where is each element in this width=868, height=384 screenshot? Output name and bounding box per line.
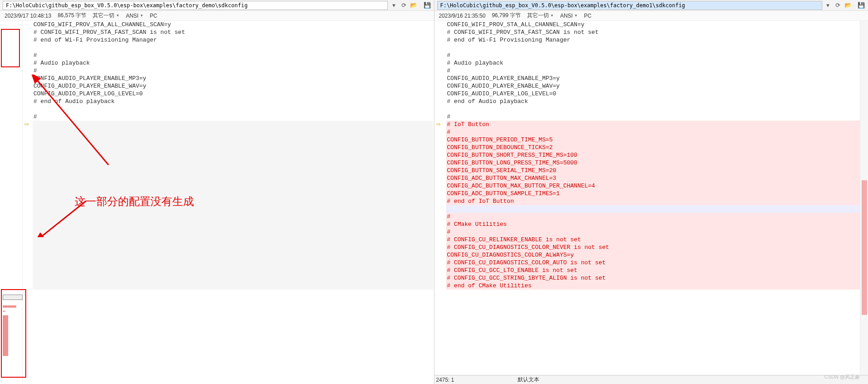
code-line-diff: CONFIG_BUTTON_PERIOD_TIME_MS=5 <box>446 136 868 144</box>
code-line: CONFIG_AUDIO_PLAYER_ENABLE_MP3=y <box>33 75 433 82</box>
gap-line <box>33 228 433 236</box>
right-eol-dropdown[interactable]: PC <box>584 13 592 19</box>
right-editor: ⇨ CONFIG_WIFI_PROV_STA_ALL_CHANNEL_SCAN=… <box>434 21 868 375</box>
right-statusbar: 2475: 1 默认文本 <box>434 375 868 384</box>
right-path-input[interactable] <box>437 1 822 10</box>
code-line: # Audio playback <box>446 59 868 67</box>
code-line: # Audio playback <box>33 59 433 67</box>
left-size: 86,575 字节 <box>57 12 86 19</box>
left-eol-dropdown[interactable]: PC <box>150 13 157 19</box>
left-side-gutter <box>0 21 23 384</box>
refresh-icon[interactable]: ⟳ <box>834 1 842 9</box>
code-line: # <box>33 52 433 59</box>
right-infobar: 2023/9/16 21:35:50 96,799 字节 其它一切▼ ANSI▼… <box>434 11 868 21</box>
left-date: 2023/9/17 10:48:13 <box>5 13 51 19</box>
code-line-diff: # IoT Button <box>446 121 868 128</box>
code-line: CONFIG_AUDIO_PLAYER_ENABLE_WAV=y <box>33 82 433 90</box>
code-line: CONFIG_AUDIO_PLAYER_ENABLE_WAV=y <box>446 82 868 90</box>
status-position: 2475: 1 <box>436 377 454 383</box>
code-line-diff: # end of IoT Button <box>446 197 868 205</box>
separator: · <box>420 2 421 9</box>
right-size: 96,799 字节 <box>492 12 521 19</box>
right-misc-dropdown[interactable]: 其它一切▼ <box>527 12 554 19</box>
code-line-diff: CONFIG_BUTTON_LONG_PRESS_TIME_MS=5000 <box>446 159 868 167</box>
gap-line <box>33 251 433 259</box>
refresh-icon[interactable]: ⟳ <box>400 1 408 9</box>
open-folder-icon[interactable]: 📂 <box>410 1 418 9</box>
save-icon: 💾 <box>423 1 431 9</box>
code-line: # CONFIG_WIFI_PROV_STA_FAST_SCAN is not … <box>446 28 868 36</box>
left-misc-dropdown[interactable]: 其它一切▼ <box>93 12 119 19</box>
code-line: # <box>446 113 868 121</box>
code-line-diff: CONFIG_CU_DIAGNOSTICS_COLOR_ALWAYS=y <box>446 251 868 259</box>
code-line-diff: # <box>446 213 868 220</box>
code-line: # <box>33 67 433 75</box>
code-line: CONFIG_WIFI_PROV_STA_ALL_CHANNEL_SCAN=y <box>33 21 433 28</box>
code-line-diff: # <box>446 228 868 236</box>
code-line: # <box>446 52 868 59</box>
gap-line <box>33 197 433 205</box>
right-date: 2023/9/16 21:35:50 <box>439 13 486 19</box>
code-line-diff: CONFIG_BUTTON_DEBOUNCE_TICKS=2 <box>446 144 868 151</box>
code-line-diff <box>446 205 868 213</box>
right-pathbar: ▾ ⟳ 📂 · 💾 <box>434 0 868 11</box>
separator: · <box>854 2 855 9</box>
save-icon: 💾 <box>857 1 865 9</box>
code-line <box>446 44 868 52</box>
code-line: CONFIG_AUDIO_PLAYER_LOG_LEVEL=0 <box>446 90 868 98</box>
code-line <box>33 44 433 52</box>
gap-line <box>33 159 433 167</box>
code-line: # end of Audio playback <box>33 98 433 105</box>
code-line: CONFIG_AUDIO_PLAYER_LOG_LEVEL=0 <box>33 90 433 98</box>
left-code-area[interactable]: CONFIG_WIFI_PROV_STA_ALL_CHANNEL_SCAN=y#… <box>33 21 434 384</box>
gap-line <box>33 205 433 213</box>
code-line-diff: # <box>446 128 868 136</box>
left-encoding-dropdown[interactable]: ANSI▼ <box>126 13 143 19</box>
code-line-diff: # CONFIG_CU_GCC_STRING_1BYTE_ALIGN is no… <box>446 274 868 282</box>
code-line-diff: CONFIG_BUTTON_SERIAL_TIME_MS=20 <box>446 167 868 174</box>
gap-line <box>33 174 433 182</box>
gap-line <box>33 259 433 267</box>
right-overview-ruler[interactable] <box>860 21 868 375</box>
left-path-input[interactable] <box>3 1 388 10</box>
gap-line <box>33 220 433 228</box>
code-line: # end of Wi-Fi Provisioning Manager <box>446 36 868 44</box>
code-line: # end of Audio playback <box>446 98 868 105</box>
right-encoding-dropdown[interactable]: ANSI▼ <box>560 13 578 19</box>
dropdown-icon[interactable]: ▾ <box>390 1 398 9</box>
code-line-diff: CONFIG_BUTTON_SHORT_PRESS_TIME_MS=100 <box>446 151 868 159</box>
diff-marker-icon: ⇨ <box>24 121 29 127</box>
gap-line <box>33 282 433 290</box>
code-line-diff: # CONFIG_CU_DIAGNOSTICS_COLOR_NEVER is n… <box>446 244 868 251</box>
code-line <box>33 105 433 113</box>
code-line-diff: CONFIG_ADC_BUTTON_SAMPLE_TIMES=1 <box>446 190 868 197</box>
code-line: CONFIG_AUDIO_PLAYER_ENABLE_MP3=y <box>446 75 868 82</box>
right-code-area[interactable]: CONFIG_WIFI_PROV_STA_ALL_CHANNEL_SCAN=y#… <box>446 21 868 375</box>
gap-line <box>33 167 433 174</box>
diff-marker-icon: ⇨ <box>436 121 441 127</box>
code-line: # <box>446 67 868 75</box>
dropdown-icon[interactable]: ▾ <box>824 1 832 9</box>
open-folder-icon[interactable]: 📂 <box>844 1 852 9</box>
code-line-diff: CONFIG_ADC_BUTTON_MAX_BUTTON_PER_CHANNEL… <box>446 182 868 190</box>
gap-line <box>33 151 433 159</box>
code-line-diff: # CONFIG_CU_GCC_LTO_ENABLE is not set <box>446 267 868 274</box>
gap-line <box>33 236 433 244</box>
code-line <box>446 105 868 113</box>
code-line-diff: CONFIG_ADC_BUTTON_MAX_CHANNEL=3 <box>446 174 868 182</box>
code-line-diff: # CONFIG_CU_RELINKER_ENABLE is not set <box>446 236 868 244</box>
code-line: # CONFIG_WIFI_PROV_STA_FAST_SCAN is not … <box>33 28 433 36</box>
left-gutter: ⇨ <box>23 21 33 384</box>
gap-line <box>33 128 433 136</box>
left-pathbar: ▾ ⟳ 📂 · 💾 <box>0 0 434 11</box>
code-line-diff: # end of CMake Utilities <box>446 282 868 290</box>
gap-line <box>33 182 433 190</box>
gap-line <box>33 144 433 151</box>
right-pane: ▾ ⟳ 📂 · 💾 2023/9/16 21:35:50 96,799 字节 其… <box>434 0 868 384</box>
code-line: CONFIG_WIFI_PROV_STA_ALL_CHANNEL_SCAN=y <box>446 21 868 28</box>
code-line-diff: # CONFIG_CU_DIAGNOSTICS_COLOR_AUTO is no… <box>446 259 868 267</box>
gap-line <box>33 213 433 220</box>
gap-line <box>33 267 433 274</box>
gap-line <box>33 244 433 251</box>
code-line-diff: # CMake Utilities <box>446 220 868 228</box>
